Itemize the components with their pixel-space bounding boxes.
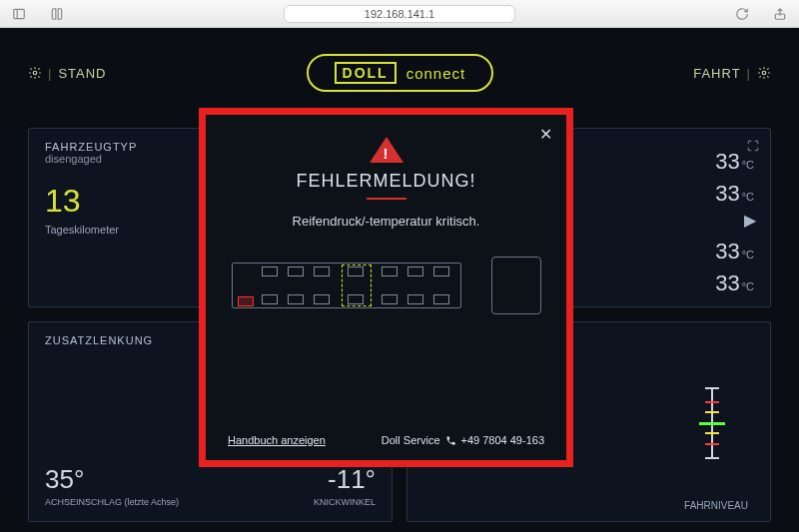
logo-primary: DOLL [335, 62, 397, 84]
app-header: | STAND DOLL connect FAHRT | [28, 54, 771, 92]
handbook-link[interactable]: Handbuch anzeigen [228, 434, 326, 446]
browser-toolbar: 192.168.141.1 [0, 0, 799, 28]
trailer-diagram [232, 247, 541, 326]
error-modal: ✕ FEHLERMELDUNG! Reifendruck/-temperatur… [199, 108, 573, 467]
chevron-right-icon[interactable]: ▶ [744, 211, 756, 230]
temp-reading: 33°C [715, 270, 754, 296]
mode-stand-label: STAND [58, 66, 106, 81]
temp-reading: 33°C [715, 181, 754, 207]
articulation-value: -11° [314, 464, 376, 495]
gear-icon [757, 66, 771, 80]
sidebar-icon[interactable] [12, 7, 26, 21]
temp-reading: 33°C [715, 239, 754, 265]
refresh-icon[interactable] [735, 7, 749, 21]
axle-angle-label: ACHSEINSCHLAG (letzte Achse) [45, 497, 179, 507]
close-icon[interactable]: ✕ [539, 125, 552, 144]
temp-reading: 33°C [715, 149, 754, 175]
gear-icon [28, 66, 42, 80]
mode-fahrt-label: FAHRT [693, 66, 740, 81]
wheel-critical [238, 296, 254, 306]
level-label: FAHRNIVEAU [684, 500, 748, 511]
svg-point-3 [762, 71, 766, 75]
modal-message: Reifendruck/-temperatur kritisch. [228, 214, 544, 229]
phone-icon [445, 435, 456, 446]
svg-rect-0 [14, 9, 25, 18]
articulation-label: KNICKWINKEL [314, 497, 376, 507]
logo-secondary: connect [406, 65, 466, 82]
modal-title: FEHLERMELDUNG! [228, 171, 544, 192]
mode-stand[interactable]: | STAND [28, 66, 107, 81]
mode-fahrt[interactable]: FAHRT | [693, 66, 771, 81]
service-contact: Doll Service +49 7804 49-163 [382, 434, 544, 446]
axle-angle-value: 35° [45, 464, 179, 495]
url-field[interactable]: 192.168.141.1 [284, 5, 515, 23]
svg-point-2 [33, 71, 37, 75]
share-icon[interactable] [773, 7, 787, 21]
book-icon[interactable] [50, 7, 64, 21]
warning-icon [370, 137, 403, 163]
level-scale [692, 387, 732, 457]
logo[interactable]: DOLL connect [307, 54, 494, 92]
